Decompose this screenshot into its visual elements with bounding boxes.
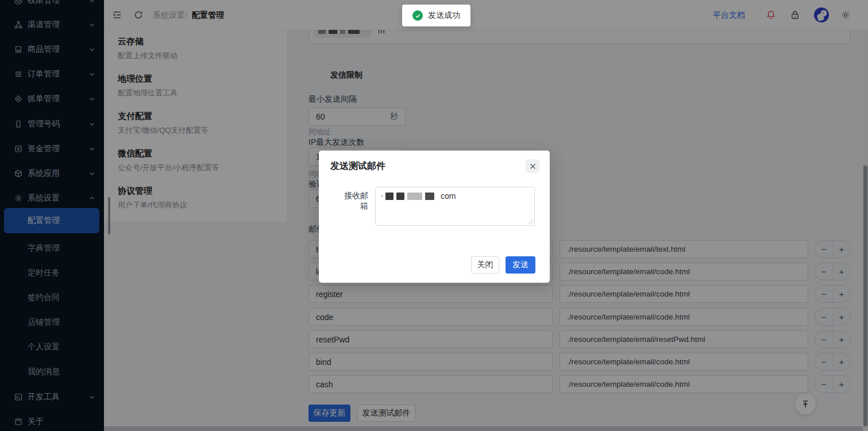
redacted-email bbox=[407, 193, 422, 200]
resize-handle-icon[interactable] bbox=[528, 219, 533, 224]
dialog-title: 发送测试邮件 bbox=[330, 160, 385, 172]
dialog-close-button[interactable] bbox=[526, 159, 539, 173]
recipient-email-textarea[interactable]: com bbox=[375, 187, 535, 226]
send-test-email-dialog: 发送测试邮件 接收邮箱 com 关闭 发送 bbox=[319, 151, 550, 283]
toast-text: 发送成功 bbox=[428, 10, 460, 21]
dialog-cancel-button[interactable]: 关闭 bbox=[471, 256, 499, 274]
recipient-email-label: 接收邮箱 bbox=[340, 191, 368, 211]
app-window: 权限管理 渠道管理 商品管理 订单管理 抓单管理 管理号码 bbox=[0, 0, 868, 431]
redacted-email bbox=[396, 193, 404, 200]
success-check-icon bbox=[412, 10, 423, 21]
redacted-email bbox=[385, 193, 394, 200]
success-toast: 发送成功 bbox=[402, 5, 470, 26]
dialog-send-button[interactable]: 发送 bbox=[506, 256, 535, 274]
redacted-email bbox=[381, 195, 383, 197]
dialog-send-label: 发送 bbox=[512, 260, 528, 270]
textarea-visible-fragment: com bbox=[441, 191, 456, 201]
dialog-cancel-label: 关闭 bbox=[477, 260, 493, 270]
close-icon bbox=[529, 163, 537, 170]
redacted-email bbox=[425, 193, 434, 200]
